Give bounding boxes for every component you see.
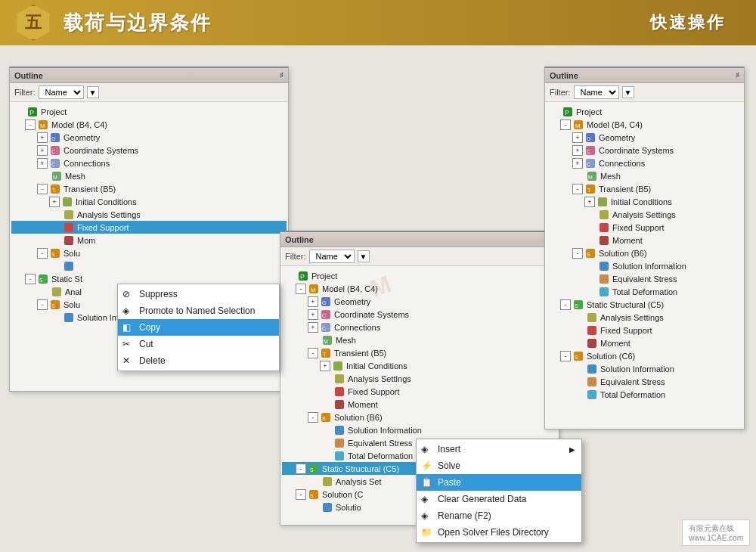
tree-item-p13[interactable] — [11, 259, 287, 272]
context-item-delete[interactable]: ✕Delete — [118, 352, 279, 369]
tree-item-q10[interactable]: Fixed Support — [282, 385, 557, 398]
expand-btn-p3[interactable]: + — [37, 132, 48, 143]
panel2-filter-select[interactable]: Name — [309, 250, 355, 263]
expand-btn-q8[interactable]: + — [320, 361, 330, 371]
panel1-filter-select[interactable]: Name — [39, 85, 84, 99]
tree-item-r2[interactable]: -MModel (B4, C4) — [547, 118, 742, 131]
panel3-pin[interactable]: ♯ — [736, 71, 739, 79]
expand-btn-r7[interactable]: - — [572, 184, 583, 194]
expand-btn-r3[interactable]: + — [572, 132, 583, 143]
tree-item-p6[interactable]: MMesh — [11, 169, 287, 182]
tree-item-r3[interactable]: +GGeometry — [547, 131, 742, 144]
tree-item-p11[interactable]: Mom — [11, 234, 287, 247]
tree-item-q9[interactable]: Analysis Settings — [282, 372, 557, 385]
tree-icon-coord: C — [584, 144, 596, 157]
expand-btn-q3[interactable]: + — [308, 296, 318, 307]
tree-item-r4[interactable]: +CCoordinate Systems — [547, 144, 742, 157]
tree-item-q8[interactable]: +Initial Conditions — [282, 359, 557, 372]
tree-item-p9[interactable]: Analysis Settings — [11, 208, 287, 221]
context-item-clear-generated-data[interactable]: ◈Clear Generated Data — [417, 491, 581, 507]
expand-btn-p12[interactable]: - — [37, 248, 48, 259]
expand-btn-r16[interactable]: - — [560, 299, 571, 310]
tree-item-r1[interactable]: PProject — [547, 105, 742, 118]
expand-btn-r4[interactable]: + — [572, 145, 583, 156]
tree-item-r10[interactable]: Fixed Support — [547, 221, 742, 234]
expand-btn-q18[interactable]: - — [296, 489, 306, 500]
tree-item-r19[interactable]: Moment — [547, 336, 742, 349]
tree-item-r16[interactable]: -SStatic Structural (C5) — [547, 298, 742, 311]
context-item-open-solver-files-directory[interactable]: 📁Open Solver Files Directory — [417, 524, 581, 541]
tree-icon-deform — [598, 286, 610, 298]
tree-item-q13[interactable]: Solution Information — [282, 423, 557, 436]
context-item-cut[interactable]: ✂Cut — [118, 336, 279, 352]
expand-btn-q16[interactable]: - — [296, 464, 306, 474]
expand-btn-r8[interactable]: + — [584, 197, 595, 207]
expand-btn-q12[interactable]: - — [308, 412, 318, 423]
tree-item-q3[interactable]: +GGeometry — [282, 295, 557, 308]
tree-item-q2[interactable]: -MModel (B4, C4) — [282, 282, 557, 295]
expand-btn-p4[interactable]: + — [37, 145, 48, 156]
expand-btn-r12[interactable]: - — [572, 248, 583, 259]
expand-btn-p8[interactable]: + — [49, 197, 60, 207]
context-item-insert[interactable]: ◈Insert▶ — [417, 441, 581, 457]
expand-btn-r20[interactable]: - — [560, 351, 571, 361]
tree-item-q7[interactable]: -TTransient (B5) — [282, 346, 557, 359]
tree-item-r12[interactable]: -SSolution (B6) — [547, 247, 742, 259]
tree-item-r7[interactable]: -TTransient (B5) — [547, 182, 742, 195]
tree-item-p12[interactable]: -SSolu — [11, 247, 287, 259]
panel1-pin[interactable]: ♯ — [280, 71, 284, 79]
tree-item-r8[interactable]: +Initial Conditions — [547, 195, 742, 208]
tree-item-r14[interactable]: Equivalent Stress — [547, 272, 742, 285]
tree-item-r17[interactable]: Analysis Settings — [547, 311, 742, 324]
tree-item-r21[interactable]: Solution Information — [547, 362, 742, 375]
context-item-suppress[interactable]: ⊘Suppress — [118, 286, 279, 302]
expand-btn-q2[interactable]: - — [296, 284, 306, 294]
panel3-filter-select[interactable]: Name — [574, 85, 619, 99]
tree-item-r5[interactable]: +CConnections — [547, 157, 742, 169]
panel3-title: Outline — [550, 71, 578, 80]
tree-item-q4[interactable]: +CCoordinate Systems — [282, 308, 557, 321]
tree-item-p7[interactable]: -TTransient (B5) — [11, 182, 287, 195]
expand-btn-p16[interactable]: - — [37, 299, 48, 310]
context-item-promote-to-named-selection[interactable]: ◈Promote to Named Selection — [118, 302, 279, 319]
expand-btn-p14[interactable]: - — [25, 274, 36, 284]
tree-item-p3[interactable]: +GGeometry — [11, 131, 287, 144]
expand-btn-p5[interactable]: + — [37, 158, 48, 169]
panel3-filter-icon[interactable]: ▼ — [622, 86, 634, 98]
tree-item-p2[interactable]: -MModel (B4, C4) — [11, 118, 287, 131]
tree-item-q6[interactable]: MMesh — [282, 333, 557, 346]
tree-item-r6[interactable]: MMesh — [547, 169, 742, 182]
context-item-paste[interactable]: 📋Paste — [417, 474, 581, 491]
expand-btn-q4[interactable]: + — [308, 309, 318, 320]
context-item-solve[interactable]: ⚡Solve — [417, 457, 581, 474]
panel1-filter-icon[interactable]: ▼ — [87, 86, 99, 98]
context-item-rename-(f2)[interactable]: ◈Rename (F2) — [417, 507, 581, 524]
tree-item-q11[interactable]: Moment — [282, 398, 557, 411]
expand-btn-q7[interactable]: - — [308, 348, 318, 358]
tree-item-r22[interactable]: Equivalent Stress — [547, 375, 742, 388]
expand-btn-q5[interactable]: + — [308, 322, 318, 333]
tree-item-q12[interactable]: -SSolution (B6) — [282, 411, 557, 423]
menu-label: Copy — [139, 322, 160, 333]
tree-item-p8[interactable]: +Initial Conditions — [11, 195, 287, 208]
tree-item-r11[interactable]: Moment — [547, 234, 742, 247]
tree-item-p10[interactable]: Fixed Support — [11, 221, 287, 234]
expand-btn-r5[interactable]: + — [572, 158, 583, 169]
tree-item-r23[interactable]: Total Deformation — [547, 388, 742, 401]
tree-item-q5[interactable]: +CConnections — [282, 321, 557, 333]
tree-item-r13[interactable]: Solution Information — [547, 259, 742, 272]
tree-item-p4[interactable]: +CCoordinate Systems — [11, 144, 287, 157]
expand-btn-p2[interactable]: - — [25, 119, 36, 130]
expand-btn-r2[interactable]: - — [560, 119, 571, 130]
context-item-copy[interactable]: ◧Copy — [118, 319, 279, 336]
tree-item-r9[interactable]: Analysis Settings — [547, 208, 742, 221]
tree-item-r20[interactable]: -SSolution (C6) — [547, 349, 742, 362]
tree-item-r18[interactable]: Fixed Support — [547, 324, 742, 336]
tree-item-q1[interactable]: PProject — [282, 269, 557, 282]
tree-icon-analysis — [321, 476, 333, 488]
tree-item-p5[interactable]: +CConnections — [11, 157, 287, 169]
panel2-filter-icon[interactable]: ▼ — [358, 250, 370, 262]
tree-item-p1[interactable]: PProject — [11, 105, 287, 118]
expand-btn-p7[interactable]: - — [37, 184, 48, 194]
tree-item-r15[interactable]: Total Deformation — [547, 285, 742, 298]
